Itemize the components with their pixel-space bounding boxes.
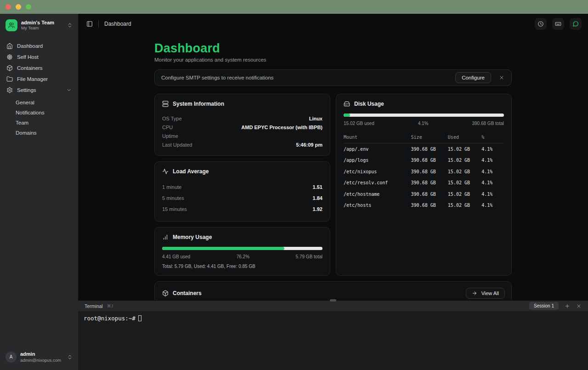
close-window-button[interactable] (6, 4, 11, 10)
sidebar-subitem-notifications[interactable]: Notifications (4, 108, 74, 118)
containers-card: Containers View All (154, 281, 512, 300)
home-icon (6, 43, 13, 49)
info-row: Uptime (162, 131, 322, 140)
window-titlebar (0, 0, 588, 14)
sidebar-item-settings[interactable]: Settings (4, 85, 74, 96)
chevrons-up-down-icon (67, 354, 73, 360)
cards-grid: System Information OS TypeLinux CPUAMD E… (154, 94, 512, 276)
disk-table-row: /etc/resolv.conf390.68 GB15.02 GB4.1% (344, 177, 504, 189)
team-switcher[interactable]: admin's Team My Team (4, 17, 74, 33)
hard-drive-icon (344, 101, 350, 107)
terminal-panel: Terminal ⌘J Session 1 root@nixopus:~# (78, 300, 588, 370)
dashboard-content: Dashboard Monitor your applications and … (78, 34, 588, 300)
zoom-window-button[interactable] (26, 4, 31, 10)
close-icon (576, 303, 582, 309)
disk-used: 15.02 GB used (344, 121, 374, 126)
card-title: Load Average (173, 168, 209, 175)
banner-close-button[interactable] (497, 73, 507, 83)
app-window: admin's Team My Team Dashboard Self Host… (0, 14, 588, 370)
sidebar-item-dashboard[interactable]: Dashboard (4, 40, 74, 51)
settings-submenu: General Notifications Team Domains (4, 97, 74, 138)
disk-total: 390.68 GB total (472, 121, 504, 126)
sidebar: admin's Team My Team Dashboard Self Host… (0, 14, 78, 370)
keyboard-shortcuts-button[interactable] (552, 18, 564, 30)
activity-icon (162, 168, 169, 175)
terminal-resize-handle[interactable] (330, 299, 336, 302)
terminal-screen[interactable]: root@nixopus:~# (78, 311, 588, 370)
smtp-banner-message: Configure SMTP settings to receive notif… (161, 75, 450, 80)
load-row: 1 minute1.51 (162, 182, 322, 193)
terminal-shortcut: ⌘J (107, 304, 113, 308)
card-title: System Information (173, 101, 224, 107)
sidebar-nav: Dashboard Self Host Containers File Mana… (4, 40, 74, 138)
sidebar-item-file-manager[interactable]: File Manager (4, 74, 74, 85)
window-controls (6, 4, 31, 10)
info-row: OS TypeLinux (162, 114, 322, 123)
avatar: A (6, 352, 17, 363)
sidebar-item-label: Dashboard (17, 43, 72, 49)
terminal-title: Terminal (85, 303, 103, 309)
disk-usage-card: Disk Usage 15.02 GB used 4.1% 390.68 GB … (336, 94, 512, 276)
sidebar-item-containers[interactable]: Containers (4, 63, 74, 74)
memory-meter-labels: 4.41 GB used 76.2% 5.79 GB total (162, 254, 322, 259)
sidebar-item-label: Containers (17, 65, 72, 71)
clock-icon (537, 21, 544, 27)
disk-progress-bar (344, 114, 504, 117)
server-icon (162, 101, 169, 107)
sidebar-item-label: Settings (17, 87, 62, 93)
ship-wheel-icon (6, 54, 13, 60)
minimize-window-button[interactable] (16, 4, 21, 10)
terminal-prompt: root@nixopus:~# (84, 315, 136, 322)
sidebar-item-self-host[interactable]: Self Host (4, 51, 74, 63)
sidebar-toggle-button[interactable] (86, 21, 93, 27)
disk-table-row: /app/.env390.68 GB15.02 GB4.1% (344, 143, 504, 155)
disk-table-header: MountSizeUsed% (344, 132, 504, 143)
disk-table-row: /etc/hostname390.68 GB15.02 GB4.1% (344, 188, 504, 200)
disk-table-row: /app/logs390.68 GB15.02 GB4.1% (344, 155, 504, 166)
chat-button[interactable] (570, 18, 582, 30)
terminal-session-tab[interactable]: Session 1 (529, 302, 559, 310)
bar-chart-icon (162, 234, 169, 240)
topbar-divider (98, 20, 99, 28)
info-row: Last Updated5:46:09 pm (162, 140, 322, 149)
breadcrumb: Dashboard (104, 21, 131, 27)
view-all-label: View All (481, 290, 499, 296)
memory-total: 5.79 GB total (296, 254, 322, 259)
memory-used: 4.41 GB used (162, 254, 190, 259)
sidebar-subitem-general[interactable]: General (4, 97, 74, 108)
right-column: Disk Usage 15.02 GB used 4.1% 390.68 GB … (336, 94, 512, 276)
team-avatar (6, 19, 17, 31)
disk-meter-labels: 15.02 GB used 4.1% 390.68 GB total (344, 121, 504, 126)
view-all-button[interactable]: View All (466, 288, 505, 299)
terminal-new-session-button[interactable] (565, 303, 570, 309)
page-title: Dashboard (154, 41, 512, 56)
terminal-close-button[interactable] (576, 303, 582, 309)
gear-icon (6, 87, 13, 93)
keyboard-icon (555, 21, 561, 27)
plus-icon (565, 303, 570, 309)
chevrons-up-down-icon (67, 23, 73, 28)
sidebar-subitem-domains[interactable]: Domains (4, 128, 74, 138)
user-switcher[interactable]: A admin admin@nixopus.com (4, 349, 74, 364)
memory-percent: 76.2% (237, 254, 249, 259)
clock-button[interactable] (535, 18, 547, 30)
package-icon (6, 65, 13, 71)
load-row: 15 minutes1.92 (162, 204, 322, 215)
package-icon (162, 290, 169, 296)
configure-button[interactable]: Configure (455, 72, 491, 83)
left-column: System Information OS TypeLinux CPUAMD E… (154, 94, 330, 276)
close-icon (499, 75, 504, 80)
sidebar-subitem-team[interactable]: Team (4, 118, 74, 128)
disk-percent: 4.1% (418, 121, 429, 126)
team-subtitle: My Team (21, 26, 63, 31)
sidebar-item-label: Self Host (17, 54, 72, 60)
folder-icon (6, 76, 13, 82)
user-meta: admin admin@nixopus.com (20, 351, 63, 363)
team-name: admin's Team (21, 20, 63, 26)
info-row: CPUAMD EPYC Processor (with IBPB) (162, 123, 322, 131)
card-title: Containers (173, 290, 202, 296)
sidebar-item-label: File Manager (17, 76, 72, 82)
main-area: Dashboard Dashboard Monitor your applica… (78, 14, 588, 370)
memory-summary: Total: 5.79 GB, Used: 4.41 GB, Free: 0.8… (162, 264, 322, 269)
users-icon (8, 22, 15, 28)
